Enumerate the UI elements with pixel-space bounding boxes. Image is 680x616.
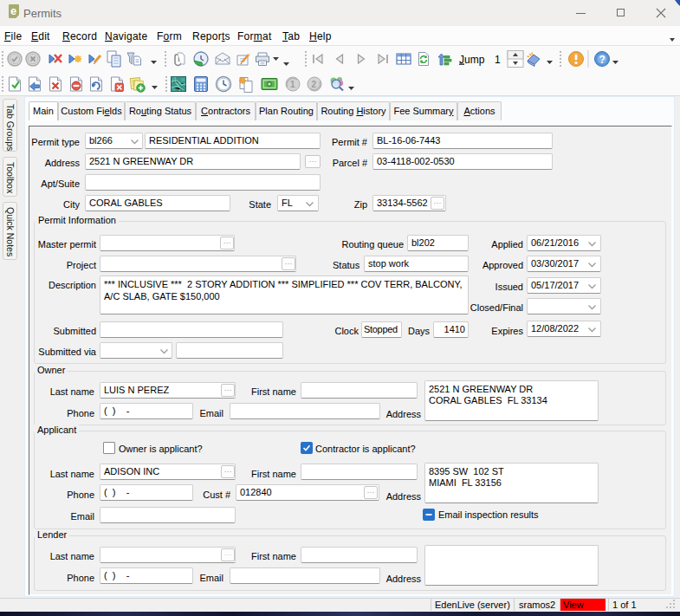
- svg-text:1: 1: [495, 54, 501, 66]
- svg-text:Jump: Jump: [459, 54, 485, 66]
- svg-text:2: 2: [312, 80, 317, 89]
- svg-text:?: ?: [599, 54, 606, 66]
- svg-text:1: 1: [290, 80, 295, 89]
